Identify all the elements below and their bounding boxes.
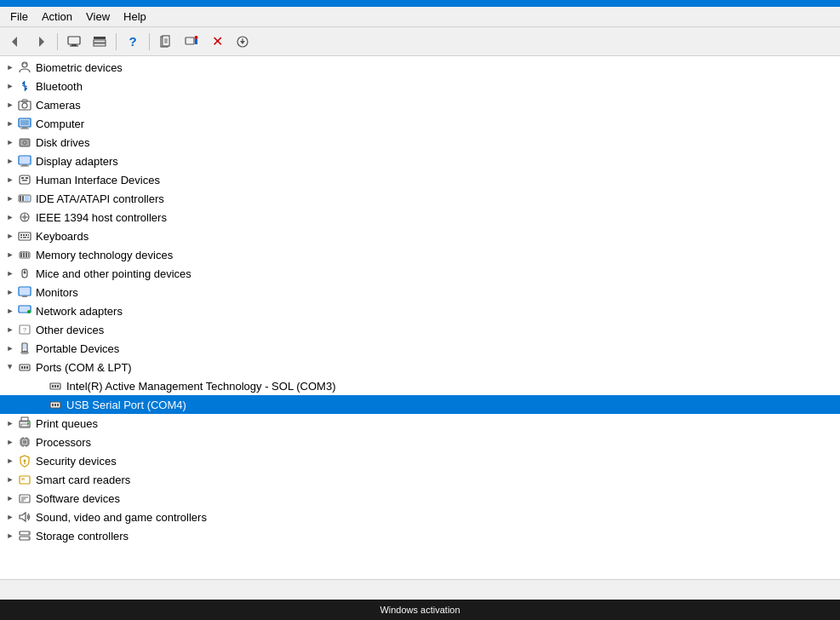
tree-item-sound[interactable]: ►Sound, video and game controllers [0, 508, 840, 526]
tree-item-smartcard[interactable]: ►Smart card readers [0, 470, 840, 489]
properties-button[interactable] [154, 31, 178, 53]
network-icon [17, 303, 32, 319]
tree-item-memory[interactable]: ►Memory technology devices [0, 245, 840, 264]
chevron-icon: ► [3, 435, 17, 449]
software-label: Software devices [36, 492, 120, 505]
tree-item-display[interactable]: ►Display adapters [0, 152, 840, 170]
portable-icon [17, 341, 32, 356]
tree-item-biometric[interactable]: ►Biometric devices [0, 58, 840, 77]
tree-item-disk[interactable]: ►Disk drives [0, 133, 840, 152]
minimize-button[interactable]: ─ [716, 0, 755, 7]
svg-rect-43 [22, 180, 27, 181]
svg-rect-90 [57, 385, 59, 388]
svg-rect-45 [20, 196, 21, 201]
chevron-icon [34, 398, 48, 411]
svg-rect-64 [28, 253, 29, 257]
svg-rect-54 [23, 234, 25, 236]
menu-file[interactable]: File [3, 9, 35, 25]
tree-item-processors[interactable]: ►Processors [0, 433, 840, 451]
chevron-icon: ► [3, 360, 17, 374]
tree-item-other[interactable]: ►?Other devices [0, 320, 840, 339]
chevron-icon: ► [3, 304, 17, 318]
chevron-icon: ► [3, 342, 17, 355]
svg-point-123 [28, 537, 30, 539]
tree-item-print[interactable]: ►Print queues [0, 414, 840, 433]
tree-item-storage[interactable]: ►Storage controllers [0, 526, 840, 545]
portable-label: Portable Devices [36, 342, 119, 355]
chevron-icon: ► [3, 117, 17, 130]
smartcard-label: Smart card readers [36, 474, 130, 486]
tree-item-ports[interactable]: ►Ports (COM & LPT) [0, 358, 840, 376]
help-button[interactable]: ? [121, 31, 145, 53]
memory-icon [17, 247, 32, 262]
sound-icon [17, 509, 32, 525]
forward-button[interactable] [29, 31, 53, 53]
svg-rect-84 [21, 366, 23, 369]
menu-view[interactable]: View [79, 9, 117, 25]
svg-marker-119 [20, 513, 26, 521]
svg-rect-92 [52, 404, 54, 406]
disk-label: Disk drives [36, 136, 90, 149]
chevron-icon: ► [3, 210, 17, 224]
tree-item-ieee[interactable]: ►IEEE 1394 host controllers [0, 208, 840, 227]
tree-item-ports-usb[interactable]: USB Serial Port (COM4) [0, 395, 840, 414]
other-label: Other devices [36, 324, 104, 336]
memory-label: Memory technology devices [36, 249, 173, 261]
other-icon: ? [17, 322, 32, 337]
menu-bar: File Action View Help [0, 7, 840, 27]
show-computer-button[interactable] [62, 31, 86, 53]
tree-item-mice[interactable]: ►Mice and other pointing devices [0, 264, 840, 283]
tree-item-monitors[interactable]: ►Monitors [0, 283, 840, 301]
svg-rect-94 [57, 404, 59, 406]
tree-item-network[interactable]: ►Network adapters [0, 301, 840, 320]
menu-action[interactable]: Action [35, 9, 79, 25]
smartcard-icon [17, 472, 32, 487]
back-button[interactable] [3, 31, 27, 53]
tree-item-security[interactable]: ►Security devices [0, 451, 840, 470]
tree-item-hid[interactable]: ►Human Interface Devices [0, 170, 840, 189]
content-area: ►Biometric devices►Bluetooth►Cameras►Com… [0, 56, 840, 579]
svg-rect-86 [26, 366, 28, 369]
tree-item-portable[interactable]: ►Portable Devices [0, 339, 840, 358]
svg-point-51 [23, 215, 26, 219]
svg-rect-11 [94, 37, 106, 39]
scan-button[interactable] [180, 31, 203, 53]
svg-rect-56 [28, 234, 29, 236]
svg-point-122 [28, 532, 30, 534]
chevron-icon: ► [3, 491, 17, 505]
update-button[interactable] [231, 31, 254, 53]
svg-rect-97 [21, 424, 28, 427]
device-tree[interactable]: ►Biometric devices►Bluetooth►Cameras►Com… [0, 56, 840, 579]
toolbar-sep-2 [116, 33, 117, 50]
ports-intel-icon [48, 378, 63, 393]
ieee-icon [17, 210, 32, 225]
tree-item-software[interactable]: ►Software devices [0, 489, 840, 508]
maximize-button[interactable]: □ [755, 0, 794, 7]
ports-usb-label: USB Serial Port (COM4) [66, 399, 186, 411]
bluetooth-label: Bluetooth [36, 80, 83, 93]
mice-label: Mice and other pointing devices [36, 267, 191, 280]
menu-help[interactable]: Help [117, 9, 153, 25]
remove-button[interactable]: ✕ [205, 31, 229, 53]
tree-item-cameras[interactable]: ►Cameras [0, 95, 840, 114]
ports-label: Ports (COM & LPT) [36, 361, 132, 374]
tree-item-ide[interactable]: ►IDE ATA/ATAPI controllers [0, 189, 840, 208]
chevron-icon: ► [3, 267, 17, 280]
chevron-icon: ► [3, 135, 17, 149]
tree-item-computer[interactable]: ►Computer [0, 114, 840, 133]
ide-icon [17, 191, 32, 206]
storage-label: Storage controllers [36, 530, 129, 542]
tree-item-bluetooth[interactable]: ►Bluetooth [0, 77, 840, 95]
hid-label: Human Interface Devices [36, 174, 160, 187]
tree-item-ports-intel[interactable]: Intel(R) Active Management Technology - … [0, 376, 840, 395]
computer-label: Computer [36, 118, 84, 130]
tree-item-keyboards[interactable]: ►Keyboards [0, 227, 840, 245]
status-bar [0, 579, 840, 600]
chevron-icon: ► [3, 416, 17, 430]
biometric-icon [17, 60, 32, 75]
chevron-icon [34, 379, 48, 393]
mice-icon [17, 266, 32, 281]
cameras-label: Cameras [36, 99, 81, 112]
list-view-button[interactable] [88, 31, 111, 53]
close-button[interactable]: ✕ [794, 0, 833, 7]
